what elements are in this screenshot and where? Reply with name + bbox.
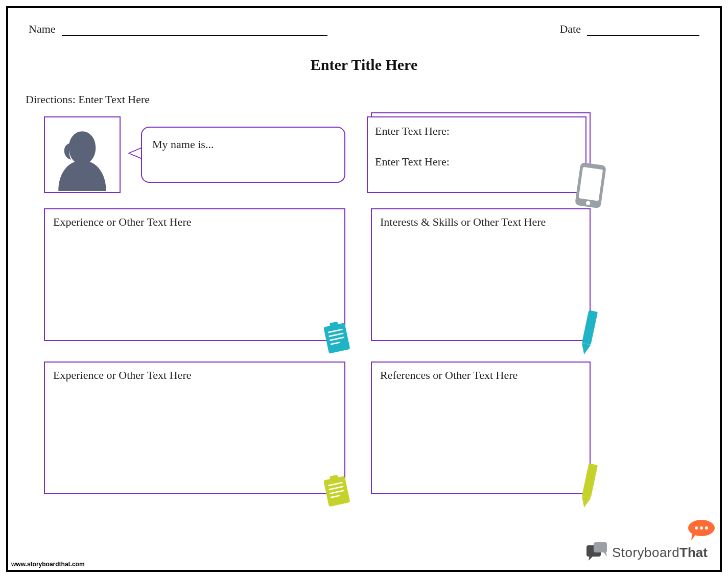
- svg-point-24: [700, 526, 703, 529]
- contact-line-1: Enter Text Here:: [375, 125, 578, 138]
- smartphone-icon: [572, 160, 609, 210]
- logo-text-2: That: [679, 545, 708, 561]
- svg-marker-10: [579, 343, 591, 355]
- speech-bubble[interactable]: My name is...: [141, 127, 345, 183]
- person-silhouette-icon: [45, 116, 120, 192]
- svg-rect-28: [594, 542, 607, 552]
- svg-point-25: [705, 526, 708, 529]
- logo-text-1: Storyboard: [612, 545, 679, 561]
- experience-2-heading: Experience or Other Text Here: [53, 369, 191, 381]
- worksheet-canvas: Name Date Enter Title Here Directions: E…: [24, 18, 704, 560]
- contact-line-2: Enter Text Here:: [375, 155, 578, 168]
- name-input-line[interactable]: [62, 23, 327, 36]
- footer-url: www.storyboardthat.com: [11, 561, 85, 568]
- logo-mark-icon: [585, 542, 608, 563]
- interests-heading: Interests & Skills or Other Text Here: [380, 215, 546, 228]
- svg-rect-18: [582, 466, 597, 498]
- clipboard-icon: [320, 318, 354, 357]
- interests-box[interactable]: Interests & Skills or Other Text Here: [371, 208, 591, 341]
- svg-rect-9: [582, 313, 597, 345]
- header-row: Name Date: [24, 18, 704, 36]
- name-field-group: Name: [29, 22, 327, 36]
- svg-rect-3: [323, 323, 350, 353]
- svg-marker-22: [691, 533, 696, 540]
- page-border: Name Date Enter Title Here Directions: E…: [6, 6, 722, 572]
- date-input-line[interactable]: [587, 23, 699, 36]
- experience-box-1[interactable]: Experience or Other Text Here: [44, 208, 345, 341]
- clipboard-icon: [320, 471, 354, 510]
- directions-text[interactable]: Directions: Enter Text Here: [24, 93, 704, 106]
- speech-text: My name is...: [152, 138, 214, 151]
- experience-box-2[interactable]: Experience or Other Text Here: [44, 362, 345, 494]
- name-label: Name: [29, 22, 56, 36]
- storyboardthat-logo: StoryboardThat: [585, 542, 708, 563]
- experience-1-heading: Experience or Other Text Here: [53, 215, 191, 228]
- page-title[interactable]: Enter Title Here: [24, 56, 704, 74]
- references-box[interactable]: References or Other Text Here: [371, 362, 591, 494]
- svg-rect-12: [323, 476, 350, 507]
- date-label: Date: [559, 22, 581, 36]
- date-field-group: Date: [559, 22, 699, 36]
- contact-box[interactable]: Enter Text Here: Enter Text Here:: [367, 116, 586, 193]
- svg-point-23: [695, 526, 698, 529]
- content-grid: My name is... Enter Text Here: Enter Tex…: [24, 116, 704, 540]
- references-heading: References or Other Text Here: [380, 369, 518, 381]
- avatar-box[interactable]: [44, 116, 121, 193]
- svg-marker-19: [579, 496, 591, 509]
